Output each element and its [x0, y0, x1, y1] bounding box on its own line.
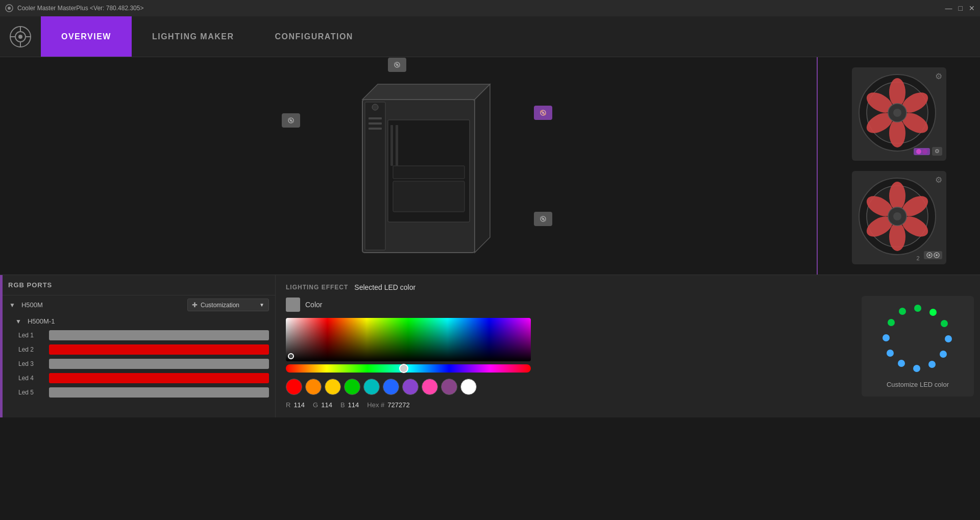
minimize-button[interactable]: — [945, 4, 952, 12]
svg-point-17 [372, 104, 378, 110]
tab-lighting-maker[interactable]: LIGHTING MAKER [132, 16, 255, 57]
window-controls: — □ ✕ [945, 4, 975, 12]
swatch-green[interactable] [344, 379, 360, 395]
close-button[interactable]: ✕ [969, 4, 975, 12]
fan2-gear-icon[interactable]: ⚙ [935, 175, 942, 185]
lighting-panel: LIGHTING EFFECT Selected LED color Color [276, 275, 855, 417]
fan2-number: 2 [916, 255, 919, 261]
svg-point-53 [889, 222, 905, 251]
fan-card-1[interactable]: ⚙ [852, 67, 946, 161]
h500m1-label: H500M-1 [28, 317, 55, 325]
fan1-settings-icon[interactable]: ⚙ [932, 147, 942, 156]
swatch-yellow[interactable] [325, 379, 341, 395]
lighting-effect-name: Selected LED color [354, 283, 415, 291]
svg-point-69 [898, 360, 905, 367]
device-h500m-row: ▼ H500M ✚ Customization ▼ [0, 295, 275, 314]
fan-cards-panel: ⚙ [817, 57, 980, 275]
swatch-white[interactable] [460, 379, 477, 395]
maximize-button[interactable]: □ [959, 4, 963, 12]
swatch-blue[interactable] [383, 379, 399, 395]
svg-rect-23 [393, 166, 464, 179]
fan-icon-1 [537, 109, 549, 117]
led5-label: Led 5 [18, 389, 44, 396]
h500m1-expand-arrow[interactable]: ▼ [15, 318, 21, 325]
led5-row[interactable]: Led 5 [0, 385, 275, 400]
h500m-expand-arrow[interactable]: ▼ [9, 302, 15, 309]
hue-slider-thumb [399, 364, 408, 373]
hex-value-group: Hex # 727272 [367, 401, 409, 409]
svg-point-59 [928, 254, 930, 256]
app-logo-icon [5, 4, 13, 12]
hue-slider[interactable] [286, 364, 531, 373]
swatch-magenta[interactable] [441, 379, 457, 395]
fan-indicator-2[interactable] [534, 212, 552, 226]
rgb-ports-panel: RGB PORTS ▼ H500M ✚ Customization ▼ ▼ H5… [0, 275, 276, 417]
led1-label: Led 1 [18, 332, 44, 339]
led4-row[interactable]: Led 4 [0, 371, 275, 385]
picker-cursor [288, 353, 294, 359]
fan-indicator-2-group: 2 [534, 216, 537, 222]
dropdown-chevron-icon: ▼ [259, 302, 264, 308]
fan1-color-indicator[interactable] [914, 148, 930, 155]
svg-point-4 [18, 35, 22, 39]
customize-led-panel[interactable]: Customize LED color [862, 296, 974, 397]
fan-indicator-1[interactable] [534, 106, 552, 120]
fan-indicator-4-group: 4 [396, 58, 399, 65]
led2-label: Led 2 [18, 346, 44, 353]
svg-marker-14 [362, 84, 490, 100]
swatch-pink[interactable] [422, 379, 438, 395]
bottom-panel: RGB PORTS ▼ H500M ✚ Customization ▼ ▼ H5… [0, 275, 980, 417]
color-picker-container [286, 318, 531, 373]
led1-row[interactable]: Led 1 [0, 328, 275, 342]
svg-point-27 [290, 119, 292, 121]
svg-rect-24 [390, 125, 393, 166]
svg-rect-19 [369, 122, 382, 125]
led3-label: Led 3 [18, 360, 44, 367]
g-label: G [313, 401, 318, 409]
fan-indicator-3[interactable] [282, 113, 300, 128]
h500m-dropdown[interactable]: ✚ Customization ▼ [187, 299, 269, 311]
fan2-image [858, 177, 937, 256]
fan-card-2[interactable]: ⚙ [852, 171, 946, 264]
b-label: B [340, 401, 345, 409]
dropdown-label: Customization [201, 302, 239, 309]
device-h500m1-row: ▼ H500M-1 [0, 314, 275, 328]
swatch-red[interactable] [286, 379, 302, 395]
svg-point-43 [889, 119, 905, 147]
fan-indicator-4[interactable] [388, 58, 406, 72]
swatch-orange[interactable] [305, 379, 322, 395]
fan1-gear-icon[interactable]: ⚙ [935, 71, 942, 81]
swatch-purple[interactable] [402, 379, 419, 395]
case-svg [306, 69, 510, 263]
g-value: 114 [321, 401, 332, 409]
case-container: 4 [306, 69, 510, 263]
swatch-cyan[interactable] [363, 379, 380, 395]
svg-point-35 [542, 218, 544, 220]
svg-point-64 [941, 320, 948, 327]
led2-row[interactable]: Led 2 [0, 342, 275, 357]
fan-indicator-1-group: 1 [534, 110, 537, 116]
h500m-label: H500M [21, 301, 43, 309]
tab-configuration[interactable]: CONFIGURATION [255, 16, 374, 57]
svg-point-71 [883, 334, 890, 341]
customize-led-label: Customize LED color [887, 381, 949, 388]
svg-point-63 [929, 309, 937, 316]
gradient-picker[interactable] [286, 318, 531, 361]
led3-bar [49, 359, 269, 369]
main-content: 4 [0, 57, 980, 417]
svg-point-72 [888, 319, 895, 326]
svg-point-47 [893, 109, 901, 117]
swatches-row [286, 379, 845, 395]
fan-icon-3 [285, 116, 297, 125]
svg-point-68 [913, 365, 920, 372]
color-swatch[interactable] [286, 298, 300, 312]
lighting-header: LIGHTING EFFECT Selected LED color [286, 283, 845, 291]
fan-icon-2 [537, 215, 549, 223]
svg-point-62 [914, 305, 921, 312]
led4-label: Led 4 [18, 375, 44, 382]
fan2-controls [924, 251, 942, 259]
tab-overview[interactable]: OVERVIEW [41, 16, 132, 57]
r-value-group: R 114 [286, 401, 305, 409]
led3-row[interactable]: Led 3 [0, 357, 275, 371]
fan2-fan-icon[interactable] [924, 251, 942, 259]
